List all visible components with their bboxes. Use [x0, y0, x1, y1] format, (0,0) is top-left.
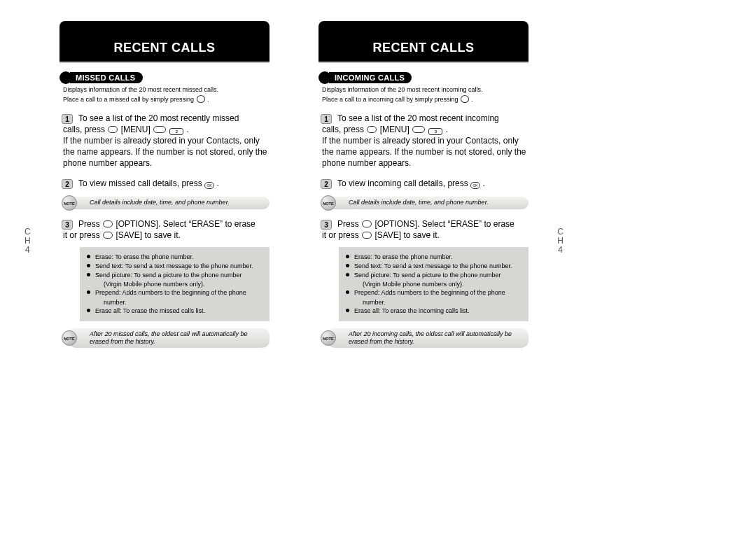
step-3: 3 Press [OPTIONS]. Select “ERASE” to era… [63, 219, 270, 241]
page-header: RECENT CALLS [59, 21, 270, 62]
option-sendpic: Send picture: To send a picture to the p… [87, 271, 262, 279]
intro-line1: Displays information of the 20 most rece… [322, 86, 483, 93]
left-page: C H 4 RECENT CALLS MISSED CALLS Displays… [35, 21, 294, 348]
option-erase: Erase: To erase the phone number. [346, 253, 522, 261]
softkey-icon [362, 232, 372, 239]
send-key-icon [197, 95, 205, 103]
option-sendtext: Send text: To send a text message to the… [346, 262, 522, 270]
right-page: C H 4 RECENT CALLS INCOMING CALLS Displa… [294, 21, 553, 348]
option-sendpic-sub: (Virgin Mobile phone numbers only). [87, 280, 262, 288]
send-key-icon [461, 95, 469, 103]
note2-text: After 20 missed calls, the oldest call w… [90, 330, 248, 345]
step1-line-b: calls, press [322, 125, 364, 134]
intro-line1: Displays information of the 20 most rece… [63, 86, 218, 93]
step1-line-b: calls, press [63, 125, 105, 134]
step1-line-a: To see a list of the 20 most recent inco… [337, 113, 499, 123]
option-prepend-sub: number. [87, 298, 262, 307]
step2-text: To view missed call details, press [78, 178, 202, 188]
step3-b: it or press [322, 230, 359, 240]
section-header-row: INCOMING CALLS [318, 71, 553, 84]
header-rule [318, 62, 528, 63]
step-number-3: 3 [321, 220, 332, 230]
note-2: NOTE After 20 missed calls, the oldest c… [69, 328, 270, 349]
note-1: NOTE Call details include date, time, an… [328, 197, 528, 209]
intro-line2: Place a call to a incoming call by simpl… [322, 96, 458, 103]
page-header: RECENT CALLS [318, 21, 528, 62]
step3-save: [SAVE] to save it. [374, 230, 439, 240]
note2-text: After 20 incoming calls, the oldest call… [349, 330, 512, 345]
step1-menu: [MENU] [380, 125, 410, 134]
num-key-2-icon: 2 [169, 128, 183, 135]
note-icon: NOTE [321, 195, 336, 211]
ok-key-icon: OK [204, 182, 214, 189]
step-1: 1 To see a list of the 20 most recently … [63, 113, 270, 169]
softkey-icon [103, 220, 113, 227]
step3-opts: [OPTIONS]. Select “ERASE” to erase [115, 219, 255, 229]
step-number-3: 3 [62, 220, 73, 230]
num-key-3-icon: 3 [428, 128, 442, 135]
chapter-marker-left: C H 4 [24, 227, 31, 255]
step1-line-a: To see a list of the 20 most recently mi… [78, 113, 239, 123]
option-sendpic: Send picture: To send a picture to the p… [346, 271, 522, 279]
note-icon: NOTE [62, 330, 77, 346]
note1-text: Call details include date, time, and pho… [349, 199, 489, 206]
note-icon: NOTE [321, 330, 336, 346]
page-spread: C H 4 RECENT CALLS MISSED CALLS Displays… [35, 21, 553, 348]
step2-text: To view incoming call details, press [337, 178, 468, 188]
note1-text: Call details include date, time, and pho… [90, 199, 230, 206]
softkey-icon [108, 126, 118, 133]
step3-a: Press [78, 219, 100, 229]
chapter-marker-right: C H 4 [557, 227, 564, 255]
step-number-2: 2 [321, 179, 332, 189]
option-eraseall: Erase all: To erase the missed calls lis… [87, 307, 262, 315]
note-1: NOTE Call details include date, time, an… [69, 197, 270, 209]
intro-text: Displays information of the 20 most rece… [322, 85, 528, 104]
section-bullet-icon [318, 71, 331, 84]
nav-key-icon [153, 126, 166, 133]
softkey-icon [362, 220, 372, 227]
header-rule [59, 62, 270, 63]
step-3: 3 Press [OPTIONS]. Select “ERASE” to era… [322, 219, 528, 241]
softkey-icon [367, 126, 377, 133]
ok-key-icon: OK [470, 182, 480, 189]
option-prepend-sub: number. [346, 298, 522, 307]
option-sendtext: Send text: To send a text message to the… [87, 262, 262, 270]
section-bullet-icon [59, 71, 72, 84]
intro-line2: Place a call to a missed call by simply … [63, 96, 194, 103]
step3-a: Press [337, 219, 359, 229]
option-erase: Erase: To erase the phone number. [87, 253, 262, 261]
section-title: MISSED CALLS [70, 72, 143, 83]
section-title: INCOMING CALLS [329, 72, 412, 83]
option-prepend: Prepend: Adds numbers to the beginning o… [87, 288, 262, 297]
ch-n: 4 [557, 246, 564, 255]
step3-opts: [OPTIONS]. Select “ERASE” to erase [374, 219, 514, 229]
step-2: 2 To view missed call details, press OK … [63, 178, 270, 190]
options-box: Erase: To erase the phone number. Send t… [339, 247, 528, 321]
step1-cont: If the number is already stored in your … [63, 136, 270, 169]
step1-cont: If the number is already stored in your … [322, 136, 528, 169]
option-eraseall: Erase all: To erase the incoming calls l… [346, 307, 522, 315]
option-sendpic-sub: (Virgin Mobile phone numbers only). [346, 280, 522, 288]
step-number-1: 1 [62, 114, 73, 124]
step-number-2: 2 [62, 179, 73, 189]
intro-text: Displays information of the 20 most rece… [63, 85, 270, 104]
options-box: Erase: To erase the phone number. Send t… [80, 247, 270, 321]
note-icon: NOTE [62, 195, 77, 211]
ch-n: 4 [24, 246, 31, 255]
step3-save: [SAVE] to save it. [115, 230, 180, 240]
note-2: NOTE After 20 incoming calls, the oldest… [328, 328, 528, 349]
softkey-icon [103, 232, 113, 239]
step-number-1: 1 [321, 114, 332, 124]
step-1: 1 To see a list of the 20 most recent in… [322, 113, 528, 169]
step3-b: it or press [63, 230, 100, 240]
step-2: 2 To view incoming call details, press O… [322, 178, 528, 190]
step1-menu: [MENU] [121, 125, 150, 134]
option-prepend: Prepend: Adds numbers to the beginning o… [346, 288, 522, 297]
section-header-row: MISSED CALLS [59, 71, 294, 84]
nav-key-icon [412, 126, 425, 133]
